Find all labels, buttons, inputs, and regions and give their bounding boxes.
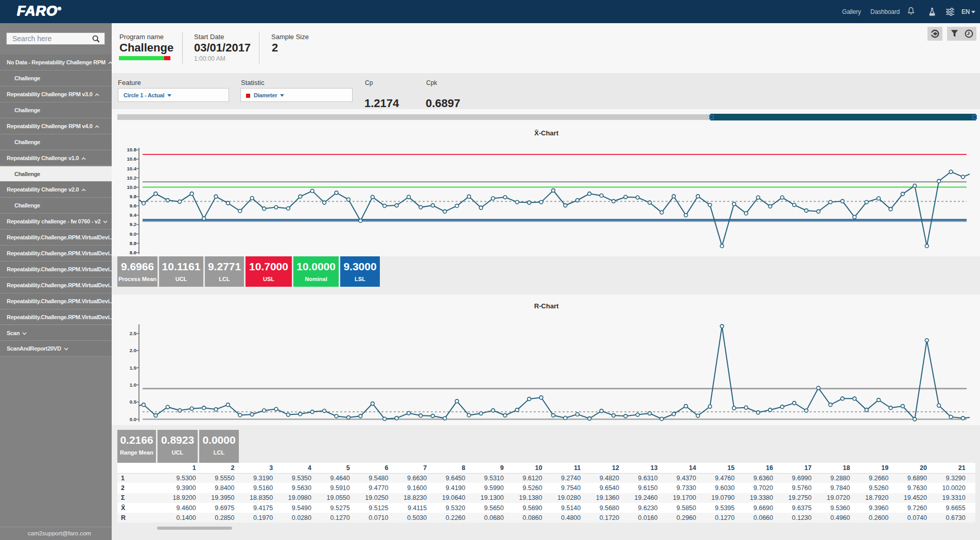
svg-text:8.8: 8.8 [130, 240, 136, 246]
svg-text:10.4: 10.4 [127, 166, 137, 171]
svg-text:2.5: 2.5 [130, 330, 137, 336]
svg-text:1.5: 1.5 [130, 365, 137, 371]
svg-text:10.2: 10.2 [127, 175, 137, 181]
svg-text:9.4: 9.4 [130, 212, 137, 218]
svg-text:10.0: 10.0 [127, 184, 137, 190]
svg-text:0.5: 0.5 [130, 399, 137, 405]
svg-text:9.6: 9.6 [130, 203, 136, 208]
svg-text:0.0: 0.0 [130, 416, 136, 422]
svg-text:9.2: 9.2 [130, 221, 136, 227]
svg-text:9.0: 9.0 [130, 231, 136, 237]
svg-text:2.0: 2.0 [130, 347, 136, 353]
svg-text:10.6: 10.6 [127, 156, 137, 162]
svg-text:8.6: 8.6 [130, 250, 136, 255]
svg-text:1.0: 1.0 [130, 382, 136, 388]
svg-text:10.8: 10.8 [127, 147, 137, 152]
svg-text:9.8: 9.8 [130, 194, 136, 199]
